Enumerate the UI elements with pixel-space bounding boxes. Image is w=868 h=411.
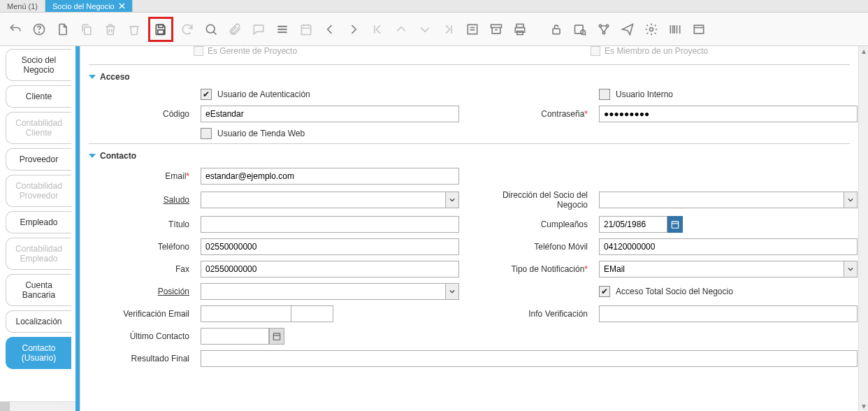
chevron-down-icon[interactable] xyxy=(844,192,858,208)
saludo-field[interactable] xyxy=(201,192,445,208)
sidebar-item-cliente[interactable]: Cliente xyxy=(6,85,71,108)
last-icon xyxy=(439,20,458,39)
saludo-label: Saludo xyxy=(89,195,194,205)
workflow-icon[interactable] xyxy=(594,20,614,39)
chk-acceso-total[interactable]: Acceso Total Socio del Negocio xyxy=(599,286,858,297)
checkbox-icon[interactable] xyxy=(599,89,610,100)
save-icon[interactable] xyxy=(151,20,171,39)
calendar-icon[interactable] xyxy=(269,328,284,345)
contrasena-field[interactable] xyxy=(599,106,858,122)
titulo-field[interactable] xyxy=(201,216,459,233)
print-icon[interactable] xyxy=(510,20,530,39)
undo-icon[interactable] xyxy=(6,20,25,39)
next-icon[interactable] xyxy=(344,20,363,39)
svg-rect-11 xyxy=(301,25,310,34)
tab-bar: Menú (1) Socio del Negocio xyxy=(0,0,868,13)
chk-miembro[interactable]: Es Miembro de un Proyecto xyxy=(591,46,708,56)
sidebar-item-contab-cliente[interactable]: Contabilidad Cliente xyxy=(6,112,71,144)
new-icon[interactable] xyxy=(53,20,73,39)
cumple-field[interactable] xyxy=(599,216,667,233)
verif-email-field1[interactable] xyxy=(201,305,291,322)
posicion-field[interactable] xyxy=(201,283,445,300)
zoom-across-icon[interactable] xyxy=(570,20,590,39)
close-icon[interactable] xyxy=(119,3,125,9)
fax-field[interactable] xyxy=(201,261,459,277)
resultado-field[interactable] xyxy=(201,350,858,367)
section-header-acceso[interactable]: Acceso xyxy=(89,72,850,82)
email-field[interactable] xyxy=(201,168,459,185)
form-scroll: Es Gerente de Proyecto Es Miembro de un … xyxy=(80,46,858,411)
report-icon[interactable] xyxy=(463,20,482,39)
sidebar-item-localizacion[interactable]: Localización xyxy=(6,310,71,333)
sidebar-item-contab-proveedor[interactable]: Contabilidad Proveedor xyxy=(6,175,71,207)
chevron-down-icon[interactable] xyxy=(844,261,858,277)
checkbox-icon[interactable] xyxy=(194,46,203,56)
sidebar-item-empleado[interactable]: Empleado xyxy=(6,211,71,233)
sidebar-wrap: Socio del Negocio Cliente Contabilidad C… xyxy=(0,46,75,411)
ultimo-field[interactable] xyxy=(201,328,269,345)
movil-field[interactable] xyxy=(599,238,858,255)
contrasena-label: Contraseña* xyxy=(466,109,592,119)
checkbox-icon[interactable] xyxy=(599,286,610,297)
sidebar-item-label: Proveedor xyxy=(20,154,58,164)
checkbox-icon[interactable] xyxy=(591,46,600,56)
refresh-icon xyxy=(178,20,197,39)
calendar-icon xyxy=(296,20,316,39)
svg-point-32 xyxy=(650,27,653,31)
telefono-field[interactable] xyxy=(201,238,459,255)
sidebar-item-label: Socio del Negocio xyxy=(22,55,56,75)
chevron-down-icon[interactable] xyxy=(445,192,459,208)
scroll-down-icon[interactable]: ▾ xyxy=(859,401,868,411)
up-icon xyxy=(391,20,411,39)
calendar-icon[interactable] xyxy=(667,216,683,233)
checkbox-icon[interactable] xyxy=(201,89,212,100)
gear-icon[interactable] xyxy=(642,20,661,39)
chevron-down-icon[interactable] xyxy=(445,283,459,300)
sidebar-item-proveedor[interactable]: Proveedor xyxy=(6,148,71,171)
vscrollbar[interactable]: ▴ ▾ xyxy=(858,46,868,411)
verif-email-field2[interactable] xyxy=(291,305,333,322)
svg-rect-40 xyxy=(672,222,678,228)
direccion-field[interactable] xyxy=(599,192,844,208)
save-highlight-box xyxy=(148,17,173,42)
send-icon[interactable] xyxy=(618,20,637,39)
checkbox-icon[interactable] xyxy=(201,128,212,139)
sidebar-item-socio[interactable]: Socio del Negocio xyxy=(6,49,71,81)
tab-menu[interactable]: Menú (1) xyxy=(0,0,45,12)
sidebar-item-contab-empleado[interactable]: Contabilidad Empleado xyxy=(6,238,71,270)
svg-rect-42 xyxy=(273,333,280,340)
prev-icon[interactable] xyxy=(320,20,340,39)
chk-auth[interactable]: Usuario de Autenticación xyxy=(201,89,459,100)
lock-icon[interactable] xyxy=(547,20,566,39)
sidebar-item-label: Cliente xyxy=(26,92,52,101)
notif-field[interactable] xyxy=(599,261,844,277)
chk-tienda[interactable]: Usuario de Tienda Web xyxy=(201,128,459,139)
direccion-combo[interactable] xyxy=(599,192,858,208)
sidebar-hscrollbar[interactable] xyxy=(0,401,75,411)
cumple-date[interactable] xyxy=(599,216,683,233)
ultimo-label: Último Contacto xyxy=(89,331,194,341)
first-icon xyxy=(368,20,387,39)
saludo-combo[interactable] xyxy=(201,192,459,208)
tab-socio[interactable]: Socio del Negocio xyxy=(45,0,133,12)
help-icon[interactable] xyxy=(29,20,49,39)
info-verif-field[interactable] xyxy=(599,305,858,322)
svg-rect-25 xyxy=(553,29,560,34)
ultimo-date[interactable] xyxy=(201,328,284,345)
notif-combo[interactable] xyxy=(599,261,858,277)
sidebar-item-contacto[interactable]: Contacto (Usuario) xyxy=(6,337,71,369)
rows-icon[interactable] xyxy=(273,20,292,39)
chk-gerente[interactable]: Es Gerente de Proyecto xyxy=(194,46,297,56)
codigo-field[interactable] xyxy=(201,106,459,122)
barcode-icon[interactable] xyxy=(665,20,685,39)
window-icon[interactable] xyxy=(689,20,709,39)
posicion-combo[interactable] xyxy=(201,283,459,300)
scroll-up-icon[interactable]: ▴ xyxy=(859,46,868,56)
archive-icon[interactable] xyxy=(486,20,506,39)
posicion-label: Posición xyxy=(89,287,194,296)
sidebar-item-cuenta[interactable]: Cuenta Bancaria xyxy=(6,274,71,306)
chk-interno[interactable]: Usuario Interno xyxy=(599,89,858,100)
search-icon[interactable] xyxy=(201,20,221,39)
section-header-contacto[interactable]: Contacto xyxy=(89,151,850,161)
divider xyxy=(89,64,850,65)
